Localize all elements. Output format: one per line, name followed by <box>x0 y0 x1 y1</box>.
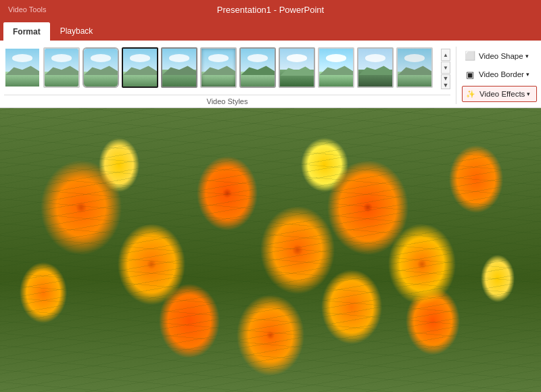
style-item-1[interactable] <box>4 47 41 88</box>
ribbon-body: ▲ ▼ ▼▼ Video Styles ⬜ Video Shape ▾ ▣ Vi… <box>0 41 541 108</box>
video-content-area[interactable] <box>0 108 541 392</box>
style-item-11[interactable] <box>396 47 433 88</box>
style-item-2[interactable] <box>43 47 80 88</box>
style-item-10[interactable] <box>357 47 394 88</box>
style-item-6[interactable] <box>200 47 237 88</box>
scroll-more-arrow[interactable]: ▼▼ <box>441 74 450 89</box>
video-border-button[interactable]: ▣ Video Border ▾ <box>462 67 537 82</box>
video-styles-section: ▲ ▼ ▼▼ Video Styles <box>4 43 450 107</box>
video-frame <box>0 108 541 392</box>
title-bar: Video Tools Presentation1 - PowerPoint <box>0 0 541 19</box>
video-effects-icon: ✨ <box>465 89 476 99</box>
styles-grid-container: ▲ ▼ ▼▼ <box>4 43 450 95</box>
tab-playback[interactable]: Playback <box>51 22 103 41</box>
style-item-7[interactable] <box>239 47 276 88</box>
video-border-icon: ▣ <box>465 69 475 80</box>
style-item-5[interactable] <box>161 47 197 88</box>
right-panel: ⬜ Video Shape ▾ ▣ Video Border ▾ ✨ Video… <box>456 47 537 104</box>
ribbon-tab-row: Format Playback 💡 Tell me what you want … <box>0 19 541 41</box>
style-scroll-arrows: ▲ ▼ ▼▼ <box>441 49 450 89</box>
video-border-dropdown-arrow: ▾ <box>526 71 530 78</box>
video-shape-icon: ⬜ <box>465 51 475 62</box>
styles-grid <box>4 47 440 91</box>
scroll-up-arrow[interactable]: ▲ <box>441 49 450 61</box>
video-shape-button[interactable]: ⬜ Video Shape ▾ <box>462 49 537 64</box>
video-effects-dropdown-arrow: ▾ <box>527 91 530 97</box>
style-item-9[interactable] <box>318 47 354 88</box>
tab-format[interactable]: Format <box>3 22 51 41</box>
video-effects-label: Video Effects <box>479 90 525 98</box>
style-item-3[interactable] <box>83 47 119 88</box>
video-shape-dropdown-arrow: ▾ <box>525 53 529 59</box>
video-border-label: Video Border <box>479 70 524 78</box>
tool-group-label: Video Tools <box>8 5 46 14</box>
style-item-8[interactable] <box>279 47 315 88</box>
style-item-4[interactable] <box>122 47 158 88</box>
video-effects-button[interactable]: ✨ Video Effects ▾ <box>462 86 537 102</box>
video-styles-label: Video Styles <box>4 95 450 107</box>
scroll-down-arrow[interactable]: ▼ <box>441 62 450 74</box>
video-shape-label: Video Shape <box>479 52 523 60</box>
window-title: Presentation1 - PowerPoint <box>217 5 324 15</box>
